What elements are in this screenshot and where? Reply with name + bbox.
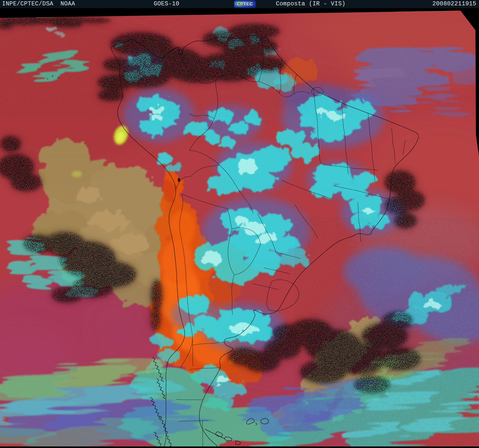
product-label: Composta (IR - VIS)	[276, 1, 346, 7]
agency-label: INPE/CPTEC/DSA	[2, 1, 53, 7]
noaa-label: NOAA	[60, 1, 75, 7]
timestamp-label: 200802211915	[432, 1, 476, 7]
satellite-label: GOES-10	[154, 1, 179, 7]
satellite-image	[0, 0, 479, 448]
cptec-logo-text: CPTEC	[234, 0, 256, 8]
satellite-composite-layer	[0, 0, 479, 448]
lake-titicaca	[178, 178, 180, 182]
header-bar: INPE/CPTEC/DSA NOAA GOES-10 CPTEC Compos…	[0, 0, 479, 8]
cptec-logo: CPTEC	[234, 0, 256, 8]
